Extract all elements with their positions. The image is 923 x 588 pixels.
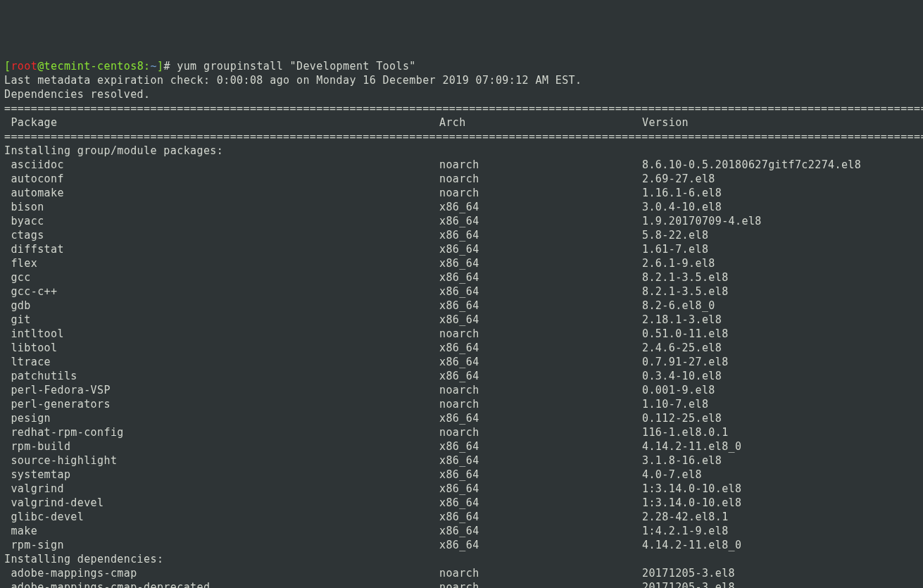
package-arch: x86_64: [439, 411, 642, 425]
package-version: 0.7.91-27.el8: [642, 356, 729, 368]
package-row: intltoolnoarch0.51.0-11.el8: [4, 327, 919, 341]
package-arch: x86_64: [439, 369, 642, 383]
package-row: patchutilsx86_640.3.4-10.el8: [4, 369, 919, 383]
package-arch: x86_64: [439, 341, 642, 355]
package-name: valgrind-devel: [4, 496, 439, 510]
package-row: source-highlightx86_643.1.8-16.el8: [4, 453, 919, 468]
package-name: flex: [4, 256, 439, 270]
package-row: gccx86_648.2.1-3.5.el8: [4, 270, 919, 284]
divider: ========================================…: [4, 130, 923, 143]
resolved-text: Dependencies resolved.: [4, 88, 150, 101]
resolved-line: Dependencies resolved.: [4, 87, 919, 101]
package-row: asciidocnoarch8.6.10-0.5.20180627gitf7c2…: [4, 158, 919, 172]
package-row: redhat-rpm-confignoarch116-1.el8.0.1: [4, 425, 919, 439]
metadata-text: Last metadata expiration check: 0:00:08 …: [4, 74, 582, 87]
package-name: redhat-rpm-config: [4, 425, 439, 439]
package-row: perl-Fedora-VSPnoarch0.001-9.el8: [4, 383, 919, 397]
package-row: gitx86_642.18.1-3.el8: [4, 313, 919, 327]
package-arch: x86_64: [439, 453, 642, 468]
package-row: makex86_641:4.2.1-9.el8: [4, 524, 919, 538]
package-row: automakenoarch1.16.1-6.el8: [4, 186, 919, 200]
package-version: 8.6.10-0.5.20180627gitf7c2274.el8: [642, 158, 861, 171]
package-version: 8.2.1-3.5.el8: [642, 271, 729, 284]
package-name: perl-Fedora-VSP: [4, 383, 439, 397]
package-version: 2.4.6-25.el8: [642, 342, 722, 354]
package-version: 20171205-3.el8: [642, 567, 735, 580]
package-arch: noarch: [439, 580, 642, 588]
package-name: source-highlight: [4, 453, 439, 468]
package-version: 1.16.1-6.el8: [642, 187, 722, 199]
package-arch: x86_64: [439, 228, 642, 242]
package-version: 1:3.14.0-10.el8: [642, 482, 741, 495]
package-version: 1.61-7.el8: [642, 243, 708, 256]
terminal-output[interactable]: [root@tecmint-centos8:~]# yum groupinsta…: [4, 59, 919, 588]
package-arch: x86_64: [439, 270, 642, 284]
package-name: rpm-build: [4, 439, 439, 453]
package-arch: x86_64: [439, 510, 642, 524]
package-name: automake: [4, 186, 439, 200]
package-row: rpm-buildx86_644.14.2-11.el8_0: [4, 439, 919, 453]
package-row: diffstatx86_641.61-7.el8: [4, 242, 919, 256]
package-row: ltracex86_640.7.91-27.el8: [4, 355, 919, 369]
package-arch: x86_64: [439, 242, 642, 256]
package-version: 4.0-7.el8: [642, 468, 702, 481]
package-name: adobe-mappings-cmap-deprecated: [4, 580, 439, 588]
package-arch: x86_64: [439, 496, 642, 510]
package-name: autoconf: [4, 172, 439, 186]
divider-line: ========================================…: [4, 130, 919, 144]
header-version: Version: [642, 116, 689, 129]
section2-title: Installing dependencies:: [4, 553, 163, 565]
package-name: perl-generators: [4, 397, 439, 411]
prompt-line: [root@tecmint-centos8:~]# yum groupinsta…: [4, 59, 919, 73]
package-version: 2.18.1-3.el8: [642, 313, 722, 326]
package-name: pesign: [4, 411, 439, 425]
package-version: 1:4.2.1-9.el8: [642, 525, 729, 537]
package-version: 0.3.4-10.el8: [642, 370, 722, 382]
section-title: Installing dependencies:: [4, 552, 919, 566]
package-name: libtool: [4, 341, 439, 355]
package-name: glibc-devel: [4, 510, 439, 524]
package-version: 1.9.20170709-4.el8: [642, 215, 762, 227]
package-arch: noarch: [439, 172, 642, 186]
package-name: rpm-sign: [4, 538, 439, 552]
prompt-path: ~: [151, 60, 157, 73]
package-name: adobe-mappings-cmap: [4, 566, 439, 580]
package-name: patchutils: [4, 369, 439, 383]
package-version: 1:3.14.0-10.el8: [642, 496, 741, 509]
header-arch: Arch: [439, 115, 642, 130]
package-version: 5.8-22.el8: [642, 229, 708, 242]
package-arch: noarch: [439, 186, 642, 200]
package-version: 4.14.2-11.el8_0: [642, 440, 741, 453]
package-version: 0.112-25.el8: [642, 412, 722, 425]
package-row: perl-generatorsnoarch1.10-7.el8: [4, 397, 919, 411]
package-arch: noarch: [439, 158, 642, 172]
divider-line: ========================================…: [4, 101, 919, 115]
package-arch: x86_64: [439, 284, 642, 299]
package-version: 8.2.1-3.5.el8: [642, 285, 729, 298]
package-name: ctags: [4, 228, 439, 242]
package-arch: x86_64: [439, 355, 642, 369]
package-name: systemtap: [4, 468, 439, 482]
package-arch: x86_64: [439, 538, 642, 552]
package-name: git: [4, 313, 439, 327]
bracket-close: ]: [157, 60, 163, 73]
package-version: 8.2-6.el8_0: [642, 299, 715, 312]
package-version: 0.001-9.el8: [642, 384, 715, 396]
section1-title: Installing group/module packages:: [4, 144, 223, 157]
package-version: 0.51.0-11.el8: [642, 327, 729, 340]
package-arch: noarch: [439, 566, 642, 580]
package-version: 20171205-3.el8: [642, 581, 735, 588]
package-arch: x86_64: [439, 214, 642, 228]
package-arch: x86_64: [439, 313, 642, 327]
header-package: Package: [4, 115, 439, 130]
package-name: diffstat: [4, 242, 439, 256]
metadata-line: Last metadata expiration check: 0:00:08 …: [4, 73, 919, 87]
package-row: systemtapx86_644.0-7.el8: [4, 468, 919, 482]
prompt-hash: #: [163, 60, 170, 73]
package-name: byacc: [4, 214, 439, 228]
package-row: ctagsx86_645.8-22.el8: [4, 228, 919, 242]
package-name: valgrind: [4, 482, 439, 496]
command-text: yum groupinstall "Development Tools": [170, 60, 416, 73]
package-version: 1.10-7.el8: [642, 398, 708, 411]
package-name: make: [4, 524, 439, 538]
